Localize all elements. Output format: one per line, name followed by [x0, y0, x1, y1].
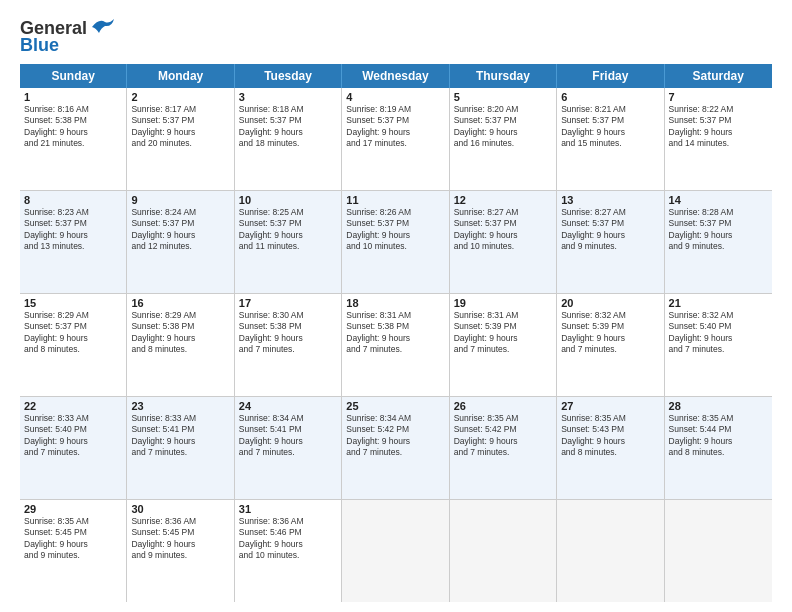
day-number: 14 — [669, 194, 768, 206]
cell-info: Sunrise: 8:35 AMSunset: 5:43 PMDaylight:… — [561, 413, 626, 457]
day-number: 21 — [669, 297, 768, 309]
calendar-cell-day-5: 5 Sunrise: 8:20 AMSunset: 5:37 PMDayligh… — [450, 88, 557, 190]
day-number: 11 — [346, 194, 444, 206]
day-number: 27 — [561, 400, 659, 412]
calendar-cell-empty — [665, 500, 772, 602]
cell-info: Sunrise: 8:36 AMSunset: 5:46 PMDaylight:… — [239, 516, 304, 560]
cell-info: Sunrise: 8:25 AMSunset: 5:37 PMDaylight:… — [239, 207, 304, 251]
cell-info: Sunrise: 8:33 AMSunset: 5:40 PMDaylight:… — [24, 413, 89, 457]
calendar-cell-day-19: 19 Sunrise: 8:31 AMSunset: 5:39 PMDaylig… — [450, 294, 557, 396]
calendar-cell-day-29: 29 Sunrise: 8:35 AMSunset: 5:45 PMDaylig… — [20, 500, 127, 602]
calendar-cell-day-6: 6 Sunrise: 8:21 AMSunset: 5:37 PMDayligh… — [557, 88, 664, 190]
calendar-cell-day-8: 8 Sunrise: 8:23 AMSunset: 5:37 PMDayligh… — [20, 191, 127, 293]
calendar-cell-day-14: 14 Sunrise: 8:28 AMSunset: 5:37 PMDaylig… — [665, 191, 772, 293]
day-number: 7 — [669, 91, 768, 103]
day-number: 20 — [561, 297, 659, 309]
calendar-cell-day-28: 28 Sunrise: 8:35 AMSunset: 5:44 PMDaylig… — [665, 397, 772, 499]
cell-info: Sunrise: 8:29 AMSunset: 5:37 PMDaylight:… — [24, 310, 89, 354]
cell-info: Sunrise: 8:27 AMSunset: 5:37 PMDaylight:… — [561, 207, 626, 251]
cell-info: Sunrise: 8:35 AMSunset: 5:44 PMDaylight:… — [669, 413, 734, 457]
calendar-cell-day-22: 22 Sunrise: 8:33 AMSunset: 5:40 PMDaylig… — [20, 397, 127, 499]
col-wednesday: Wednesday — [342, 64, 449, 88]
col-tuesday: Tuesday — [235, 64, 342, 88]
day-number: 22 — [24, 400, 122, 412]
calendar-cell-day-4: 4 Sunrise: 8:19 AMSunset: 5:37 PMDayligh… — [342, 88, 449, 190]
calendar-cell-day-2: 2 Sunrise: 8:17 AMSunset: 5:37 PMDayligh… — [127, 88, 234, 190]
cell-info: Sunrise: 8:24 AMSunset: 5:37 PMDaylight:… — [131, 207, 196, 251]
calendar-cell-day-27: 27 Sunrise: 8:35 AMSunset: 5:43 PMDaylig… — [557, 397, 664, 499]
logo: General Blue — [20, 18, 114, 56]
day-number: 26 — [454, 400, 552, 412]
calendar-cell-empty — [342, 500, 449, 602]
calendar-cell-empty — [557, 500, 664, 602]
day-number: 24 — [239, 400, 337, 412]
day-number: 16 — [131, 297, 229, 309]
bird-icon — [90, 17, 114, 35]
cell-info: Sunrise: 8:22 AMSunset: 5:37 PMDaylight:… — [669, 104, 734, 148]
calendar: Sunday Monday Tuesday Wednesday Thursday… — [20, 64, 772, 602]
cell-info: Sunrise: 8:34 AMSunset: 5:41 PMDaylight:… — [239, 413, 304, 457]
calendar-row-3: 22 Sunrise: 8:33 AMSunset: 5:40 PMDaylig… — [20, 397, 772, 500]
calendar-cell-day-12: 12 Sunrise: 8:27 AMSunset: 5:37 PMDaylig… — [450, 191, 557, 293]
cell-info: Sunrise: 8:35 AMSunset: 5:45 PMDaylight:… — [24, 516, 89, 560]
col-monday: Monday — [127, 64, 234, 88]
cell-info: Sunrise: 8:20 AMSunset: 5:37 PMDaylight:… — [454, 104, 519, 148]
cell-info: Sunrise: 8:26 AMSunset: 5:37 PMDaylight:… — [346, 207, 411, 251]
day-number: 8 — [24, 194, 122, 206]
cell-info: Sunrise: 8:17 AMSunset: 5:37 PMDaylight:… — [131, 104, 196, 148]
calendar-row-2: 15 Sunrise: 8:29 AMSunset: 5:37 PMDaylig… — [20, 294, 772, 397]
day-number: 13 — [561, 194, 659, 206]
cell-info: Sunrise: 8:34 AMSunset: 5:42 PMDaylight:… — [346, 413, 411, 457]
day-number: 15 — [24, 297, 122, 309]
calendar-cell-day-1: 1 Sunrise: 8:16 AMSunset: 5:38 PMDayligh… — [20, 88, 127, 190]
calendar-cell-day-26: 26 Sunrise: 8:35 AMSunset: 5:42 PMDaylig… — [450, 397, 557, 499]
calendar-cell-empty — [450, 500, 557, 602]
day-number: 2 — [131, 91, 229, 103]
logo-block: General Blue — [20, 18, 114, 56]
cell-info: Sunrise: 8:19 AMSunset: 5:37 PMDaylight:… — [346, 104, 411, 148]
day-number: 17 — [239, 297, 337, 309]
calendar-row-4: 29 Sunrise: 8:35 AMSunset: 5:45 PMDaylig… — [20, 500, 772, 602]
calendar-cell-day-30: 30 Sunrise: 8:36 AMSunset: 5:45 PMDaylig… — [127, 500, 234, 602]
day-number: 31 — [239, 503, 337, 515]
calendar-cell-day-25: 25 Sunrise: 8:34 AMSunset: 5:42 PMDaylig… — [342, 397, 449, 499]
cell-info: Sunrise: 8:36 AMSunset: 5:45 PMDaylight:… — [131, 516, 196, 560]
cell-info: Sunrise: 8:30 AMSunset: 5:38 PMDaylight:… — [239, 310, 304, 354]
calendar-cell-day-16: 16 Sunrise: 8:29 AMSunset: 5:38 PMDaylig… — [127, 294, 234, 396]
calendar-cell-day-24: 24 Sunrise: 8:34 AMSunset: 5:41 PMDaylig… — [235, 397, 342, 499]
day-number: 10 — [239, 194, 337, 206]
day-number: 6 — [561, 91, 659, 103]
col-saturday: Saturday — [665, 64, 772, 88]
header: General Blue — [20, 18, 772, 56]
cell-info: Sunrise: 8:31 AMSunset: 5:38 PMDaylight:… — [346, 310, 411, 354]
cell-info: Sunrise: 8:29 AMSunset: 5:38 PMDaylight:… — [131, 310, 196, 354]
calendar-cell-day-21: 21 Sunrise: 8:32 AMSunset: 5:40 PMDaylig… — [665, 294, 772, 396]
calendar-cell-day-20: 20 Sunrise: 8:32 AMSunset: 5:39 PMDaylig… — [557, 294, 664, 396]
calendar-cell-day-9: 9 Sunrise: 8:24 AMSunset: 5:37 PMDayligh… — [127, 191, 234, 293]
day-number: 18 — [346, 297, 444, 309]
cell-info: Sunrise: 8:32 AMSunset: 5:40 PMDaylight:… — [669, 310, 734, 354]
col-thursday: Thursday — [450, 64, 557, 88]
cell-info: Sunrise: 8:28 AMSunset: 5:37 PMDaylight:… — [669, 207, 734, 251]
cell-info: Sunrise: 8:32 AMSunset: 5:39 PMDaylight:… — [561, 310, 626, 354]
cell-info: Sunrise: 8:31 AMSunset: 5:39 PMDaylight:… — [454, 310, 519, 354]
day-number: 1 — [24, 91, 122, 103]
day-number: 25 — [346, 400, 444, 412]
day-number: 19 — [454, 297, 552, 309]
cell-info: Sunrise: 8:16 AMSunset: 5:38 PMDaylight:… — [24, 104, 89, 148]
cell-info: Sunrise: 8:18 AMSunset: 5:37 PMDaylight:… — [239, 104, 304, 148]
calendar-header: Sunday Monday Tuesday Wednesday Thursday… — [20, 64, 772, 88]
cell-info: Sunrise: 8:21 AMSunset: 5:37 PMDaylight:… — [561, 104, 626, 148]
calendar-cell-day-13: 13 Sunrise: 8:27 AMSunset: 5:37 PMDaylig… — [557, 191, 664, 293]
cell-info: Sunrise: 8:27 AMSunset: 5:37 PMDaylight:… — [454, 207, 519, 251]
cell-info: Sunrise: 8:35 AMSunset: 5:42 PMDaylight:… — [454, 413, 519, 457]
calendar-cell-day-7: 7 Sunrise: 8:22 AMSunset: 5:37 PMDayligh… — [665, 88, 772, 190]
calendar-cell-day-15: 15 Sunrise: 8:29 AMSunset: 5:37 PMDaylig… — [20, 294, 127, 396]
calendar-cell-day-11: 11 Sunrise: 8:26 AMSunset: 5:37 PMDaylig… — [342, 191, 449, 293]
logo-blue: Blue — [20, 35, 59, 56]
day-number: 12 — [454, 194, 552, 206]
calendar-cell-day-17: 17 Sunrise: 8:30 AMSunset: 5:38 PMDaylig… — [235, 294, 342, 396]
day-number: 30 — [131, 503, 229, 515]
calendar-cell-day-31: 31 Sunrise: 8:36 AMSunset: 5:46 PMDaylig… — [235, 500, 342, 602]
day-number: 5 — [454, 91, 552, 103]
